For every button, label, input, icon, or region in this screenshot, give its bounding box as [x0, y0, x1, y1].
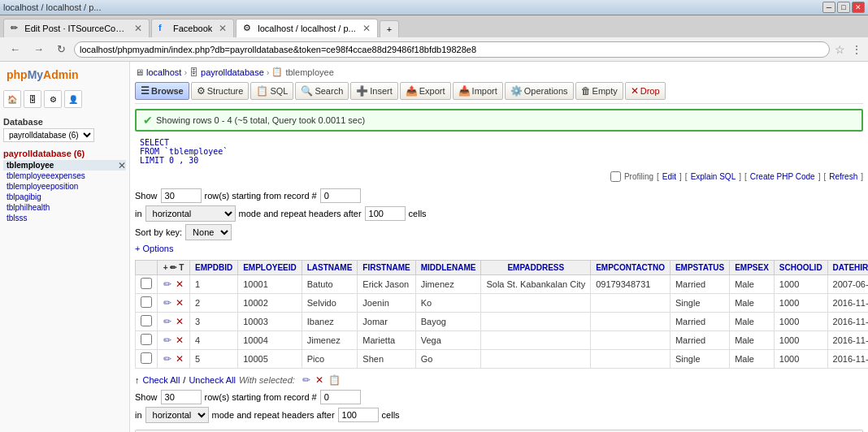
selected-export-btn[interactable]: 📋	[328, 374, 341, 387]
tab-edit-post[interactable]: ✏ Edit Post · ITSourceCode... ✕	[3, 19, 150, 37]
check-all-link[interactable]: Check All	[143, 375, 180, 385]
tab-close-facebook[interactable]: ✕	[219, 23, 227, 34]
col-sex-link[interactable]: EMPSEX	[735, 263, 769, 272]
col-employeeid-link[interactable]: EMPLOYEEID	[243, 263, 297, 272]
toolbar-sql[interactable]: 📋 SQL	[250, 82, 293, 100]
th-datehired[interactable]: DATEHIRED	[827, 261, 868, 275]
bottom-headers-input[interactable]	[338, 408, 379, 422]
bottom-mode-select[interactable]: horizontal	[145, 407, 209, 423]
toolbar-export[interactable]: 📤 Export	[400, 82, 451, 100]
row-edit-btn[interactable]: ✏	[163, 352, 172, 365]
sidebar-item-tblpagibig[interactable]: tblpagibig	[3, 192, 126, 202]
window-controls[interactable]: ─ □ ✕	[822, 2, 865, 13]
record-input[interactable]	[320, 188, 361, 203]
col-firstname-link[interactable]: FIRSTNAME	[362, 263, 410, 272]
th-firstname[interactable]: FIRSTNAME	[358, 261, 415, 275]
row-checkbox[interactable]	[141, 278, 152, 289]
headers-input[interactable]	[365, 206, 406, 221]
profiling-phpcode-link[interactable]: Create PHP Code	[750, 172, 815, 181]
sidebar-icon-settings[interactable]: ⚙	[44, 90, 62, 108]
col-middlename-link[interactable]: MIDDLENAME	[421, 263, 476, 272]
row-edit-btn[interactable]: ✏	[163, 334, 172, 347]
toolbar-browse[interactable]: ☰ Browse	[135, 82, 189, 100]
th-schoolid[interactable]: SCHOOLID	[774, 261, 827, 275]
row-edit-btn[interactable]: ✏	[163, 296, 172, 309]
db-name[interactable]: payrolldatabase (6)	[3, 147, 126, 160]
tab-facebook[interactable]: f Facebook ✕	[151, 19, 234, 37]
row-delete-btn[interactable]: ✕	[175, 334, 184, 347]
col-lastname-link[interactable]: LASTNAME	[307, 263, 353, 272]
sidebar-item-tblemployeeposition[interactable]: tblemployeeposition	[3, 181, 126, 192]
profiling-refresh-link[interactable]: Refresh	[829, 172, 857, 181]
toolbar-import[interactable]: 📥 Import	[453, 82, 503, 100]
toolbar-drop[interactable]: ✕ Drop	[625, 82, 666, 100]
toolbar-insert[interactable]: ➕ Insert	[350, 82, 398, 100]
close-button[interactable]: ✕	[852, 2, 865, 13]
th-middlename[interactable]: MIDDLENAME	[415, 261, 481, 275]
browser-menu[interactable]: ⋮	[850, 42, 863, 57]
bottom-record-input[interactable]	[320, 390, 361, 404]
row-delete-btn[interactable]: ✕	[175, 278, 184, 291]
sidebar-item-tblphilhealth[interactable]: tblphilhealth	[3, 202, 126, 213]
col-contact-link[interactable]: EMPCONTACTNO	[596, 263, 665, 272]
row-checkbox[interactable]	[141, 352, 152, 364]
col-empdbid-link[interactable]: EMPDBID	[195, 263, 232, 272]
toolbar-structure[interactable]: ⚙ Structure	[191, 82, 250, 100]
sidebar-icon-home[interactable]: 🏠	[3, 90, 21, 108]
row-edit-btn[interactable]: ✏	[163, 278, 172, 291]
col-datehired-link[interactable]: DATEHIRED	[833, 263, 868, 272]
th-address[interactable]: EMPADDRESS	[481, 261, 591, 275]
tab-new[interactable]: +	[380, 20, 399, 37]
back-button[interactable]: ←	[5, 41, 25, 58]
row-checkbox[interactable]	[141, 296, 152, 308]
th-contact[interactable]: EMPCONTACTNO	[591, 261, 671, 275]
url-input[interactable]	[74, 41, 830, 58]
th-employeeid[interactable]: EMPLOYEEID	[238, 261, 302, 275]
uncheck-all-link[interactable]: Uncheck All	[189, 375, 235, 385]
th-sex[interactable]: EMPSEX	[730, 261, 775, 275]
row-checkbox[interactable]	[141, 315, 152, 326]
row-checkbox[interactable]	[141, 334, 152, 345]
tab-phpmyadmin[interactable]: ⚙ localhost / localhost / p... ✕	[236, 19, 377, 37]
bottom-show-input[interactable]	[161, 390, 202, 404]
profiling-checkbox[interactable]	[610, 171, 621, 182]
selected-delete-btn[interactable]: ✕	[315, 374, 324, 387]
bookmark-star[interactable]: ☆	[833, 41, 847, 58]
col-status-link[interactable]: EMPSTATUS	[675, 263, 724, 272]
profiling-explain-link[interactable]: Explain SQL	[691, 172, 736, 181]
mode-select[interactable]: horizontal vertical horizontalflipped	[145, 205, 236, 222]
add-row-icon[interactable]: +	[163, 263, 168, 272]
sidebar-item-tblemployee[interactable]: tblemployee	[3, 160, 126, 171]
th-lastname[interactable]: LASTNAME	[302, 261, 358, 275]
refresh-button[interactable]: ↻	[52, 41, 71, 58]
tab-close-phpmyadmin[interactable]: ✕	[362, 23, 371, 34]
sidebar-item-tblemployeeexpenses[interactable]: tblemployeeexpenses	[3, 171, 126, 181]
col-address-link[interactable]: EMPADDRESS	[507, 263, 564, 272]
toolbar-search[interactable]: 🔍 Search	[295, 82, 349, 100]
maximize-button[interactable]: □	[837, 2, 850, 13]
options-toggle[interactable]: + Options	[135, 244, 173, 253]
breadcrumb-database[interactable]: payrolldatabase	[201, 67, 264, 77]
row-edit-btn[interactable]: ✏	[163, 315, 172, 328]
forward-button[interactable]: →	[28, 41, 49, 58]
row-delete-btn[interactable]: ✕	[175, 315, 184, 328]
sort-select[interactable]: None	[185, 224, 232, 240]
minimize-button[interactable]: ─	[822, 2, 835, 13]
sidebar-item-tblsss[interactable]: tblsss	[3, 213, 126, 223]
selected-edit-btn[interactable]: ✏	[302, 374, 311, 387]
profiling-edit-link[interactable]: Edit	[662, 172, 676, 181]
col-schoolid-link[interactable]: SCHOOLID	[779, 263, 822, 272]
row-delete-btn[interactable]: ✕	[175, 352, 184, 365]
sidebar-icon-db[interactable]: 🗄	[24, 90, 41, 108]
th-empdbid[interactable]: EMPDBID	[190, 261, 238, 275]
row-delete-btn[interactable]: ✕	[175, 296, 184, 309]
th-status[interactable]: EMPSTATUS	[670, 261, 729, 275]
toolbar-operations[interactable]: ⚙️ Operations	[505, 82, 574, 100]
sidebar-icon-user[interactable]: 👤	[64, 90, 82, 108]
sidebar-close-btn[interactable]: ✕	[118, 160, 126, 171]
breadcrumb-server[interactable]: localhost	[146, 67, 181, 77]
show-input[interactable]	[161, 188, 202, 203]
toolbar-empty[interactable]: 🗑 Empty	[575, 82, 623, 100]
db-select[interactable]: payrolldatabase (6)	[3, 128, 94, 142]
tab-close-edit[interactable]: ✕	[134, 23, 142, 34]
